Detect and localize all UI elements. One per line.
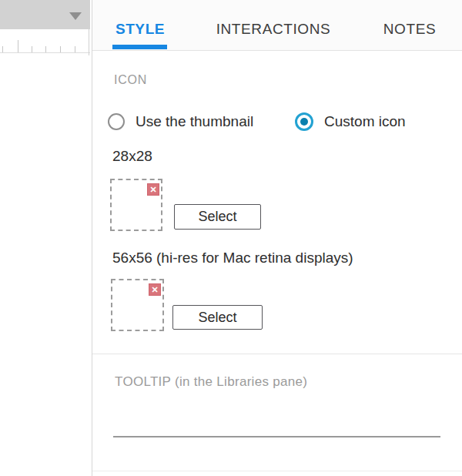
inspector-panel: STYLE INTERACTIONS NOTES ICON Use the th…	[92, 0, 462, 476]
ruler-tick	[60, 46, 61, 52]
tab-notes[interactable]: NOTES	[379, 21, 440, 38]
radio-use-thumbnail[interactable]: Use the thumbnail	[108, 113, 253, 130]
ruler-tick	[32, 46, 32, 52]
clear-icon[interactable]: ✕	[147, 183, 159, 196]
panel-bottom-border	[92, 471, 462, 471]
section-divider	[92, 354, 462, 354]
ruler-tick	[18, 40, 18, 52]
tab-style[interactable]: STYLE	[112, 21, 168, 38]
ruler-baseline	[0, 52, 90, 53]
icon-size-label-28: 28x28	[112, 148, 152, 165]
radio-dot	[300, 118, 308, 126]
clear-icon[interactable]: ✕	[149, 283, 161, 296]
ruler-tick	[2, 46, 3, 52]
icon-size-label-56: 56x56 (hi-res for Mac retina displays)	[112, 250, 353, 266]
select-button-28[interactable]: Select	[174, 204, 261, 230]
ruler-corner-menu[interactable]	[0, 0, 90, 29]
icon-drop-square-56[interactable]: ✕	[111, 279, 164, 331]
icon-drop-square-28[interactable]: ✕	[110, 179, 162, 231]
radio-custom-icon-label[interactable]: Custom icon	[324, 113, 406, 130]
inspector-tabbar: STYLE INTERACTIONS NOTES	[92, 0, 462, 51]
tooltip-section-label: TOOLTIP (in the Libraries pane)	[115, 374, 307, 390]
radio-use-thumbnail-label[interactable]: Use the thumbnail	[136, 113, 253, 130]
radio-custom-icon[interactable]: Custom icon	[295, 112, 406, 131]
canvas-left-rail	[0, 0, 92, 476]
tab-interactions[interactable]: INTERACTIONS	[208, 21, 339, 38]
triangle-down-icon	[69, 12, 82, 20]
radio-selected-icon[interactable]	[295, 112, 313, 131]
icon-section-title: ICON	[114, 73, 147, 87]
tooltip-input[interactable]	[113, 414, 440, 437]
select-button-56[interactable]: Select	[172, 305, 263, 330]
active-tab-underline	[112, 45, 167, 49]
ruler-edge-line	[89, 29, 89, 55]
radio-unselected-icon[interactable]	[108, 113, 125, 130]
ruler-tick	[45, 46, 46, 52]
ruler-tick	[75, 46, 75, 52]
